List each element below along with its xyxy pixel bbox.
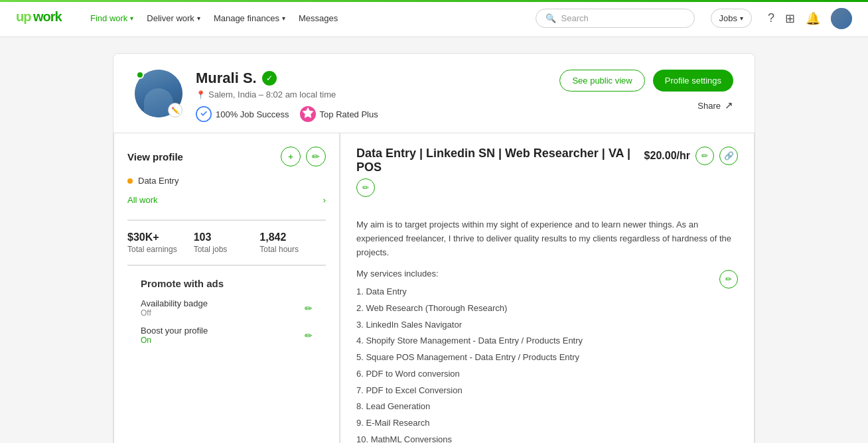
total-jobs-stat: 103 Total jobs (194, 231, 260, 254)
profile-item-dot (127, 178, 133, 184)
profile-settings-button[interactable]: Profile settings (653, 70, 733, 92)
location-icon: 📍 (196, 90, 206, 99)
notification-icon[interactable]: 🔔 (806, 11, 820, 26)
service-item-10: 10. MathML Conversions (356, 432, 583, 443)
deliver-work-nav[interactable]: Deliver work ▾ (141, 9, 206, 27)
badges-row: 100% Job Success Top Rated Plus (196, 106, 546, 122)
availability-badge-info: Availability badge Off (141, 298, 208, 318)
user-avatar-image (831, 8, 852, 29)
avatar-wrapper: ✏️ (135, 70, 182, 117)
profile-item-data-entry: Data Entry (127, 176, 326, 186)
share-icon: ↗ (725, 99, 733, 111)
nav-links: Find work ▾ Deliver work ▾ Manage financ… (85, 9, 343, 27)
earnings-label: Total earnings (127, 245, 194, 254)
profile-info: Murali S. ✓ 📍 Salem, India – 8:02 am loc… (196, 70, 546, 122)
nav-icons: ? ⊞ 🔔 (768, 8, 852, 29)
jobs-label: Total jobs (194, 245, 260, 254)
search-icon: 🔍 (545, 13, 556, 23)
boost-profile-info: Boost your profile On (141, 326, 208, 345)
verified-badge: ✓ (262, 71, 277, 86)
help-icon[interactable]: ? (768, 11, 774, 25)
search-input[interactable] (561, 13, 668, 23)
top-rated-badge: Top Rated Plus (300, 106, 378, 122)
edit-availability-button[interactable]: ✏ (305, 303, 313, 314)
service-item-6: 6. PDF to Word conversion (356, 366, 583, 383)
services-content: My services includes: 1. Data Entry 2. W… (356, 269, 583, 443)
manage-finances-nav[interactable]: Manage finances ▾ (208, 9, 291, 27)
total-hours-stat: 1,842 Total hours (259, 231, 326, 254)
availability-badge-name: Availability badge (141, 298, 208, 308)
availability-badge-status: Off (141, 308, 208, 318)
boost-profile-name: Boost your profile (141, 326, 208, 336)
edit-boost-button[interactable]: ✏ (305, 330, 313, 341)
svg-text:up: up (16, 9, 31, 24)
profile-card: ✏️ Murali S. ✓ 📍 Salem, India – 8:02 am … (113, 53, 755, 443)
profile-top: ✏️ Murali S. ✓ 📍 Salem, India – 8:02 am … (113, 54, 755, 133)
service-item-2: 2. Web Research (Thorough Research) (356, 300, 583, 317)
upwork-logo[interactable]: up work (16, 9, 69, 29)
online-status-dot (136, 71, 144, 79)
find-work-nav[interactable]: Find work ▾ (85, 9, 139, 27)
grid-icon[interactable]: ⊞ (785, 11, 795, 26)
edit-avatar-button[interactable]: ✏️ (168, 103, 182, 117)
edit-profile-button[interactable]: ✏ (306, 147, 326, 166)
jobs-dropdown[interactable]: Jobs ▾ (711, 9, 752, 28)
job-success-icon (196, 106, 212, 122)
service-item-5: 5. Square POS Management - Data Entry / … (356, 349, 583, 366)
total-earnings-stat: $30K+ Total earnings (127, 231, 194, 254)
promote-title: Promote with ads (141, 278, 313, 289)
link-button[interactable]: 🔗 (719, 147, 738, 165)
boost-profile-item: Boost your profile On ✏ (141, 326, 313, 345)
job-title-wrapper: Data Entry | Linkedin SN | Web Researche… (356, 147, 644, 210)
profile-name-row: Murali S. ✓ (196, 70, 546, 87)
job-title-row: Data Entry | Linkedin SN | Web Researche… (356, 147, 738, 210)
job-success-badge: 100% Job Success (196, 106, 289, 122)
profile-actions: See public view Profile settings Share ↗ (559, 70, 733, 111)
main-panel: Data Entry | Linkedin SN | Web Researche… (340, 133, 754, 443)
stats-row: $30K+ Total earnings 103 Total jobs 1,84… (127, 220, 326, 265)
service-item-9: 9. E-Mail Research (356, 415, 583, 432)
chevron-down-icon: ▾ (740, 15, 743, 22)
chevron-down-icon: ▾ (130, 15, 133, 22)
chevron-right-icon: › (323, 195, 326, 205)
all-work-link[interactable]: All work › (127, 191, 326, 209)
job-rate-row: $20.00/hr ✏ 🔗 (644, 147, 738, 165)
see-public-view-button[interactable]: See public view (559, 70, 644, 92)
sidebar: View profile + ✏ Data Entry All work › (114, 133, 340, 443)
edit-rate-button[interactable]: ✏ (695, 147, 714, 165)
services-list: 1. Data Entry 2. Web Research (Thorough … (356, 284, 583, 443)
availability-badge-item: Availability badge Off ✏ (141, 298, 313, 318)
view-profile-header: View profile + ✏ (127, 147, 326, 166)
earnings-value: $30K+ (127, 231, 194, 243)
svg-text:work: work (33, 9, 63, 24)
service-item-8: 8. Lead Generation (356, 399, 583, 415)
edit-bio-button[interactable]: ✏ (719, 270, 738, 288)
user-avatar-nav[interactable] (831, 8, 852, 29)
view-profile-title: View profile (127, 151, 183, 162)
view-profile-actions: + ✏ (281, 147, 326, 166)
profile-header: ✏️ Murali S. ✓ 📍 Salem, India – 8:02 am … (135, 70, 733, 122)
promote-section: Promote with ads Availability badge Off … (127, 265, 326, 365)
job-rate: $20.00/hr (644, 150, 690, 162)
messages-nav[interactable]: Messages (293, 9, 343, 27)
profile-action-buttons: See public view Profile settings (559, 70, 733, 92)
chevron-down-icon: ▾ (197, 15, 200, 22)
search-box: 🔍 (536, 9, 695, 28)
bio-text: My aim is to target projects within my s… (356, 218, 738, 259)
edit-title-button[interactable]: ✏ (356, 178, 375, 197)
view-profile-section: View profile + ✏ Data Entry All work › (127, 147, 326, 220)
service-item-3: 3. LinkedIn Sales Navigator (356, 317, 583, 334)
job-title-edit-row: ✏ (356, 178, 644, 197)
services-intro: My services includes: (356, 269, 583, 279)
service-item-1: 1. Data Entry (356, 284, 583, 300)
lower-grid: View profile + ✏ Data Entry All work › (113, 133, 755, 443)
service-item-4: 4. Shopify Store Management - Data Entry… (356, 333, 583, 349)
service-item-7: 7. PDF to Excel Conversion (356, 383, 583, 399)
top-rated-icon (300, 106, 316, 122)
bio-section: My services includes: 1. Data Entry 2. W… (356, 269, 738, 443)
share-button[interactable]: Share ↗ (697, 99, 733, 111)
navbar: up work Find work ▾ Deliver work ▾ Manag… (0, 0, 868, 37)
boost-profile-status: On (141, 336, 208, 345)
chevron-down-icon: ▾ (282, 15, 285, 22)
add-profile-button[interactable]: + (281, 147, 301, 166)
